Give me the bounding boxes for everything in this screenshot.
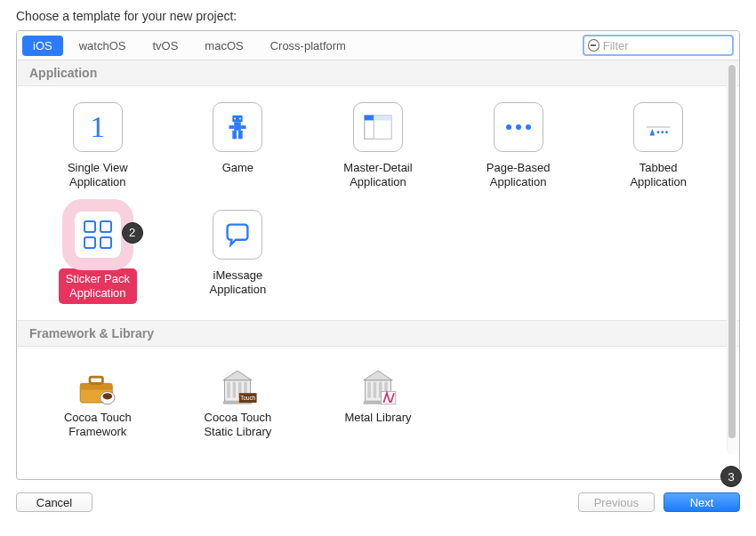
next-button[interactable]: Next: [664, 492, 740, 512]
section-header-framework: Framework & Library: [17, 320, 739, 347]
template-label: Game: [222, 161, 253, 175]
svg-point-14: [657, 131, 660, 133]
svg-rect-5: [238, 131, 243, 140]
svg-rect-2: [229, 125, 235, 129]
svg-rect-33: [367, 382, 371, 398]
template-label: Master-DetailApplication: [343, 161, 412, 190]
sticker-pack-icon: [73, 210, 123, 260]
template-label: Cocoa TouchFramework: [64, 411, 132, 440]
platform-toolbar: iOS watchOS tvOS macOS Cross-platform: [17, 31, 739, 60]
svg-point-6: [235, 118, 237, 120]
svg-rect-34: [374, 382, 377, 398]
template-label: TabbedApplication: [630, 161, 687, 190]
svg-rect-3: [241, 125, 246, 129]
filter-field[interactable]: [583, 35, 734, 56]
svg-point-16: [665, 131, 668, 133]
template-single-view[interactable]: 1 Single ViewApplication: [28, 99, 168, 194]
tab-cross-platform[interactable]: Cross-platform: [260, 36, 357, 56]
tab-tvos[interactable]: tvOS: [141, 36, 189, 56]
framework-grid: Cocoa TouchFramework Touch Cocoa TouchSt…: [17, 347, 739, 456]
tabbed-icon: [633, 102, 683, 152]
cancel-button[interactable]: Cancel: [16, 492, 92, 512]
template-master-detail[interactable]: Master-DetailApplication: [308, 99, 448, 194]
scrollbar[interactable]: [727, 63, 737, 454]
template-page-based[interactable]: Page-BasedApplication: [448, 99, 589, 194]
filter-input[interactable]: [603, 39, 728, 52]
page-based-icon: [494, 102, 543, 152]
tab-ios[interactable]: iOS: [22, 36, 63, 56]
annotation-badge-3: 3: [720, 466, 742, 487]
svg-marker-22: [223, 371, 252, 380]
section-header-application: Application: [17, 60, 739, 86]
template-label: iMessageApplication: [210, 268, 267, 298]
single-view-icon: 1: [73, 102, 123, 152]
template-game[interactable]: Game: [168, 99, 309, 194]
template-cocoa-touch-static[interactable]: Touch Cocoa TouchStatic Library: [168, 359, 309, 444]
template-sticker-pack[interactable]: 2 Sticker PackApplication: [28, 206, 168, 308]
svg-point-15: [662, 131, 664, 133]
template-panel: iOS watchOS tvOS macOS Cross-platform Ap…: [16, 30, 740, 480]
svg-marker-31: [364, 371, 392, 380]
toolbox-icon: [74, 363, 122, 411]
application-grid: 1 Single ViewApplication Game Master-Det…: [17, 86, 739, 320]
svg-rect-25: [233, 382, 237, 398]
dialog-button-row: Cancel Previous Next 3: [0, 480, 756, 512]
template-label: Single ViewApplication: [68, 161, 128, 190]
template-label: Metal Library: [344, 411, 411, 425]
annotation-badge-2: 2: [122, 222, 143, 244]
svg-point-21: [102, 393, 112, 399]
svg-rect-4: [233, 131, 237, 140]
svg-rect-19: [90, 377, 102, 383]
svg-rect-0: [233, 116, 243, 123]
master-detail-icon: [353, 102, 403, 152]
scrollbar-thumb[interactable]: [728, 65, 736, 438]
svg-marker-13: [650, 129, 655, 136]
template-tabbed[interactable]: TabbedApplication: [588, 99, 728, 194]
svg-rect-24: [228, 382, 231, 398]
template-imessage[interactable]: iMessageApplication: [168, 206, 309, 308]
metal-library-icon: [354, 363, 402, 411]
template-cocoa-touch-framework[interactable]: Cocoa TouchFramework: [28, 359, 168, 444]
svg-rect-11: [374, 116, 391, 121]
template-label: Cocoa TouchStatic Library: [204, 411, 271, 440]
dialog-title: Choose a template for your new project:: [0, 0, 756, 30]
template-metal-library[interactable]: Metal Library: [308, 359, 448, 444]
svg-point-7: [239, 118, 241, 120]
previous-button: Previous: [578, 492, 655, 512]
tab-macos[interactable]: macOS: [194, 36, 253, 56]
svg-text:Touch: Touch: [241, 395, 256, 401]
template-label: Sticker PackApplication: [59, 268, 137, 305]
filter-icon: [588, 39, 599, 52]
template-label: Page-BasedApplication: [487, 161, 551, 190]
tab-watchos[interactable]: watchOS: [68, 36, 137, 56]
imessage-icon: [213, 210, 262, 260]
game-icon: [213, 102, 262, 152]
svg-rect-1: [235, 122, 242, 131]
template-scroll-area[interactable]: Application 1 Single ViewApplication Gam…: [17, 60, 739, 480]
svg-rect-10: [365, 116, 374, 121]
library-building-icon: Touch: [213, 363, 261, 411]
